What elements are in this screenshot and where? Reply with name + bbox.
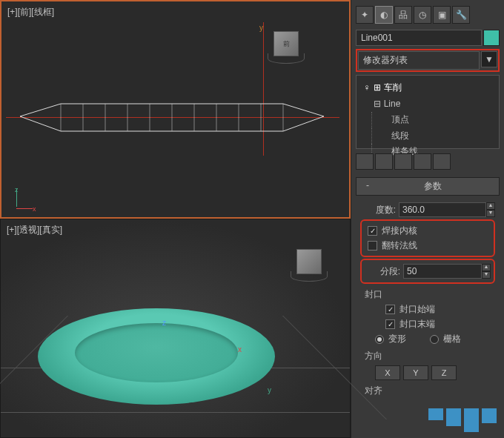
morph-label: 变形 bbox=[388, 333, 406, 345]
weld-core-label: 焊接内核 bbox=[382, 225, 417, 237]
align-section-label: 对齐 bbox=[365, 385, 495, 397]
axis-x-label: x bbox=[238, 345, 242, 354]
direction-y-button[interactable]: Y bbox=[403, 365, 428, 380]
cap-end-checkbox[interactable]: ✓ bbox=[385, 319, 395, 329]
morph-radio[interactable] bbox=[375, 335, 384, 344]
plate-mesh[interactable] bbox=[38, 308, 275, 405]
cap-start-label: 封口始端 bbox=[399, 303, 435, 316]
direction-x-button[interactable]: X bbox=[375, 365, 400, 380]
stack-toolbar bbox=[356, 152, 500, 174]
grid-radio[interactable] bbox=[430, 335, 439, 344]
degrees-input[interactable] bbox=[399, 202, 486, 217]
modifier-stack[interactable]: ♀ ⊞ 车削 ⊟ Line 顶点 线段 样条线 bbox=[356, 75, 500, 149]
viewport-persp-label[interactable]: [+][透视][真实] bbox=[7, 224, 62, 236]
spinner-up-icon[interactable]: ▲ bbox=[482, 264, 491, 271]
spinner-up-icon[interactable]: ▲ bbox=[486, 202, 495, 210]
weld-core-checkbox[interactable]: ✓ bbox=[368, 226, 377, 236]
create-tab-icon[interactable]: ✦ bbox=[356, 6, 374, 24]
modifier-list-dropdown[interactable]: 修改器列表 bbox=[358, 51, 480, 70]
utilities-tab-icon[interactable]: 🔧 bbox=[452, 6, 470, 24]
command-panel-tabs: ✦ ◐ 品 ◷ ▣ 🔧 bbox=[356, 3, 500, 27]
object-color-swatch[interactable] bbox=[483, 30, 500, 46]
viewcube-face[interactable] bbox=[296, 249, 322, 274]
subobj-vertex[interactable]: 顶点 bbox=[371, 112, 493, 128]
configure-sets-icon[interactable] bbox=[433, 153, 451, 170]
viewport-front-label[interactable]: [+][前][线框] bbox=[7, 6, 54, 19]
direction-section-label: 方向 bbox=[365, 350, 495, 362]
viewcube-ring[interactable] bbox=[291, 271, 328, 282]
command-panel: ✦ ◐ 品 ◷ ▣ 🔧 修改器列表 ▼ ♀ ⊞ 车削 ⊟ Line 顶点 线段 … bbox=[351, 0, 504, 438]
viewcube-ring[interactable] bbox=[268, 53, 305, 64]
modify-tab-icon[interactable]: ◐ bbox=[375, 6, 393, 24]
modifier-lathe[interactable]: 车削 bbox=[384, 82, 402, 93]
rollout-parameters-header[interactable]: - 参数 bbox=[356, 177, 500, 196]
object-name-input[interactable] bbox=[356, 30, 482, 46]
plate-wireframe bbox=[16, 98, 328, 135]
viewport-front[interactable]: [+][前][线框] y 前 z x bbox=[0, 0, 351, 219]
degrees-label: 度数: bbox=[360, 204, 396, 216]
cap-end-label: 封口末端 bbox=[399, 318, 435, 331]
segments-label: 分段: bbox=[365, 265, 400, 278]
pin-stack-icon[interactable] bbox=[356, 153, 374, 170]
viewcube-persp[interactable] bbox=[291, 249, 328, 286]
cap-start-checkbox[interactable]: ✓ bbox=[385, 305, 395, 314]
direction-z-button[interactable]: Z bbox=[431, 365, 457, 380]
dropdown-arrow-icon[interactable]: ▼ bbox=[481, 51, 497, 67]
show-end-result-icon[interactable] bbox=[375, 153, 393, 170]
display-tab-icon[interactable]: ▣ bbox=[433, 6, 451, 24]
motion-tab-icon[interactable]: ◷ bbox=[414, 6, 431, 24]
gizmo-axis-vertical bbox=[263, 22, 264, 156]
make-unique-icon[interactable] bbox=[394, 153, 412, 170]
remove-modifier-icon[interactable] bbox=[414, 153, 431, 170]
viewport-perspective[interactable]: [+][透视][真实] x y z bbox=[0, 219, 351, 438]
grid-label: 栅格 bbox=[443, 333, 461, 345]
subobj-segment[interactable]: 线段 bbox=[371, 128, 493, 145]
spinner-down-icon[interactable]: ▼ bbox=[486, 210, 495, 217]
watermark bbox=[428, 408, 497, 432]
viewcube-face[interactable]: 前 bbox=[273, 31, 299, 56]
spinner-down-icon[interactable]: ▼ bbox=[482, 271, 491, 279]
flip-normals-label: 翻转法线 bbox=[382, 239, 417, 252]
viewcube-front[interactable]: 前 bbox=[268, 31, 305, 68]
collapse-icon: - bbox=[362, 180, 373, 193]
flip-normals-checkbox[interactable] bbox=[368, 241, 377, 250]
axis-y-label: y bbox=[268, 386, 271, 394]
segments-input[interactable] bbox=[403, 264, 482, 279]
axis-z-label: z bbox=[162, 319, 166, 327]
modifier-line[interactable]: Line bbox=[384, 99, 401, 109]
capping-section-label: 封口 bbox=[365, 288, 495, 301]
hierarchy-tab-icon[interactable]: 品 bbox=[394, 6, 412, 24]
grid-line bbox=[1, 412, 350, 413]
